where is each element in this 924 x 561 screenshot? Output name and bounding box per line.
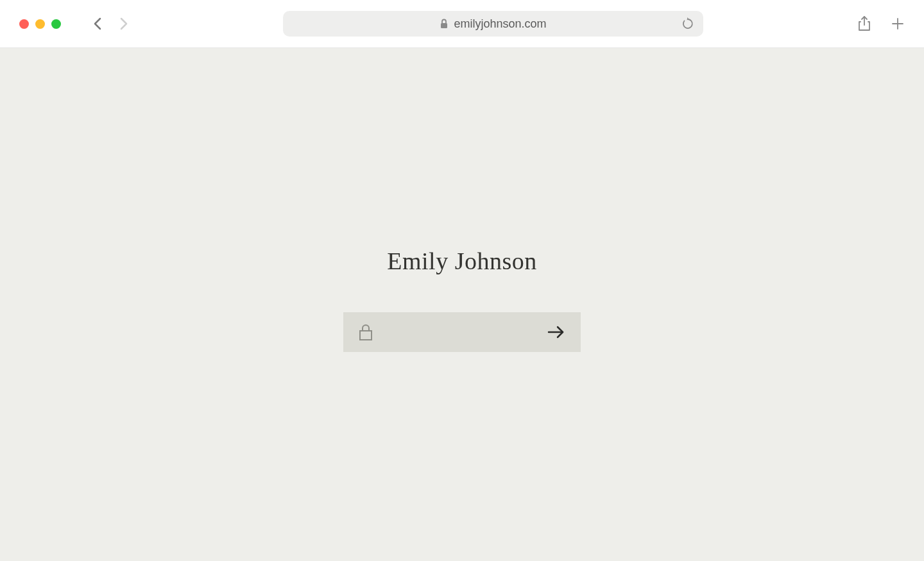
- arrow-right-icon: [547, 325, 565, 339]
- minimize-window-button[interactable]: [35, 19, 45, 29]
- browser-toolbar: emilyjohnson.com: [0, 0, 924, 48]
- lock-icon: [359, 324, 373, 340]
- maximize-window-button[interactable]: [51, 19, 61, 29]
- reload-icon: [681, 17, 694, 30]
- page-body: Emily Johnson: [0, 48, 924, 561]
- reload-button[interactable]: [681, 17, 694, 30]
- address-content: emilyjohnson.com: [440, 17, 546, 31]
- address-bar[interactable]: emilyjohnson.com: [283, 11, 703, 37]
- password-input[interactable]: [383, 312, 537, 352]
- forward-button[interactable]: [117, 18, 129, 29]
- nav-arrows: [92, 18, 129, 29]
- window-controls: [19, 19, 61, 29]
- chevron-left-icon: [93, 17, 103, 31]
- submit-button[interactable]: [547, 325, 565, 339]
- svg-rect-1: [360, 331, 372, 340]
- toolbar-actions: [857, 15, 905, 32]
- back-button[interactable]: [92, 18, 103, 29]
- share-button[interactable]: [857, 15, 871, 32]
- share-icon: [857, 15, 871, 32]
- lock-icon: [440, 19, 449, 29]
- plus-icon: [891, 17, 905, 31]
- close-window-button[interactable]: [19, 19, 29, 29]
- svg-rect-0: [441, 23, 447, 28]
- url-text: emilyjohnson.com: [454, 17, 546, 31]
- site-title: Emily Johnson: [387, 247, 536, 275]
- chevron-right-icon: [119, 17, 128, 31]
- password-form: [343, 312, 581, 352]
- new-tab-button[interactable]: [891, 17, 905, 31]
